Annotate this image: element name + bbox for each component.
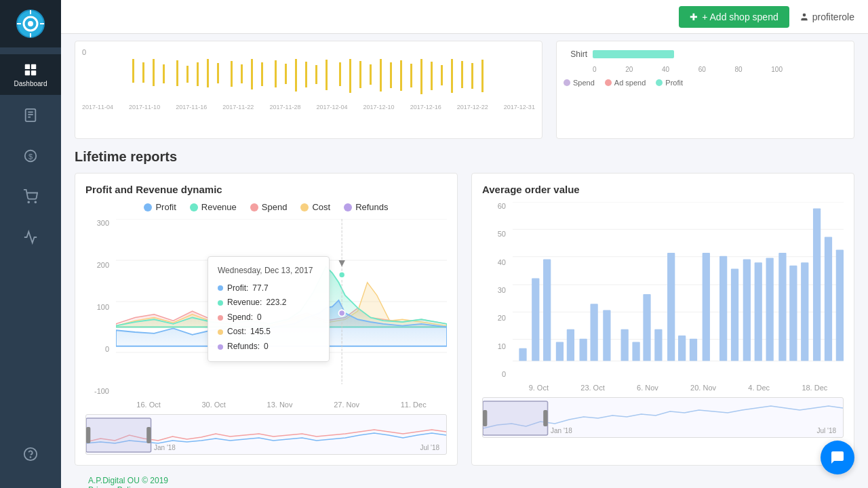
add-spend-label: + Add shop spend	[702, 12, 778, 22]
avg-order-chart-area: 6050403020100	[482, 202, 844, 392]
svg-rect-24	[153, 59, 155, 86]
svg-rect-9	[25, 70, 30, 75]
tooltip-spend-row: Spend: 0	[218, 310, 319, 325]
sidebar: Dashboard $	[0, 0, 61, 488]
svg-rect-23	[142, 62, 144, 83]
svg-rect-96	[766, 258, 774, 361]
revenue-icon: $	[23, 148, 38, 163]
svg-rect-85	[632, 342, 639, 361]
sidebar-item-orders[interactable]	[0, 95, 61, 136]
date-labels: 2017-11-042017-11-102017-11-162017-11-22…	[82, 104, 535, 110]
refunds-legend-dot	[344, 203, 352, 211]
header: ✚ + Add shop spend profiterole	[61, 0, 868, 34]
username-label: profiterole	[812, 12, 854, 22]
tooltip-date: Wednesday, Dec 13, 2017	[218, 264, 319, 279]
help-icon	[23, 447, 38, 462]
svg-rect-81	[580, 339, 587, 361]
tooltip-profit-dot	[218, 285, 223, 291]
svg-rect-78	[543, 259, 551, 361]
mini-nav-dates-left: Jan '18 Jul '18	[154, 444, 439, 451]
svg-rect-26	[176, 60, 178, 86]
svg-rect-35	[275, 60, 277, 87]
svg-rect-56	[593, 50, 674, 58]
legend-refunds: Refunds	[344, 202, 388, 212]
svg-rect-47	[400, 60, 402, 91]
svg-rect-33	[251, 59, 253, 89]
tooltip-refunds-dot	[218, 344, 223, 350]
svg-rect-89	[678, 336, 686, 361]
company-name: A.P.Digital OU © 2019	[88, 476, 841, 485]
avg-y-axis-labels: 6050403020100	[482, 202, 509, 378]
sidebar-item-revenue[interactable]: $	[0, 136, 61, 176]
footer: A.P.Digital OU © 2019 Privacy Policy	[75, 466, 854, 488]
sidebar-item-campaigns[interactable]	[0, 217, 61, 258]
add-shop-spend-button[interactable]: ✚ + Add shop spend	[679, 6, 789, 28]
spend-legend-label: Spend	[262, 202, 288, 212]
profit-legend-dot	[144, 203, 152, 211]
cart-icon	[23, 189, 38, 204]
svg-rect-87	[654, 329, 662, 361]
privacy-policy-link[interactable]: Privacy Policy	[88, 485, 139, 488]
svg-rect-25	[163, 64, 165, 83]
svg-rect-92	[719, 256, 727, 361]
svg-rect-28	[197, 62, 199, 86]
svg-rect-8	[31, 64, 36, 68]
top-timeline-chart	[82, 59, 535, 100]
svg-rect-41	[339, 62, 341, 86]
legend-cost: Cost	[300, 202, 330, 212]
svg-rect-103	[483, 401, 548, 435]
tooltip-cost-value: 145.5	[250, 325, 271, 340]
svg-rect-32	[241, 64, 243, 83]
orders-icon	[23, 108, 38, 123]
svg-rect-50	[431, 62, 433, 90]
spend-dot	[564, 79, 570, 86]
svg-rect-88	[667, 253, 675, 361]
sidebar-item-cart[interactable]	[0, 176, 61, 217]
profit-label-top: Profit	[665, 79, 683, 87]
svg-rect-82	[590, 304, 597, 361]
svg-rect-46	[390, 62, 392, 88]
svg-rect-34	[261, 62, 263, 86]
svg-point-2	[28, 21, 33, 26]
svg-rect-83	[603, 310, 610, 361]
user-icon	[800, 12, 809, 22]
svg-rect-91	[703, 253, 710, 361]
svg-rect-44	[370, 64, 372, 85]
svg-rect-38	[305, 62, 307, 87]
sidebar-item-dashboard[interactable]: Dashboard	[0, 54, 61, 95]
svg-rect-101	[825, 237, 832, 361]
right-chart-mini-nav[interactable]: Jan '18 Jul '18	[482, 397, 844, 438]
svg-rect-42	[349, 59, 351, 93]
chart-tooltip: Wednesday, Dec 13, 2017 Profit: 77.7 Rev…	[208, 256, 330, 362]
svg-rect-80	[567, 329, 574, 361]
svg-rect-86	[643, 294, 650, 361]
avg-mini-date-jul: Jul '18	[816, 427, 836, 434]
chat-button[interactable]	[821, 441, 854, 474]
lifetime-reports-title: Lifetime reports	[75, 149, 854, 165]
svg-rect-95	[755, 262, 762, 361]
top-chart-zero-label: 0	[82, 48, 535, 56]
top-charts-section: 0	[75, 34, 854, 139]
tooltip-spend-dot	[218, 315, 223, 321]
mini-date-jan: Jan '18	[154, 444, 176, 451]
top-left-chart: 0	[75, 41, 542, 139]
svg-rect-49	[420, 59, 422, 94]
y-axis-labels: 3002001000-100	[85, 219, 113, 395]
sidebar-item-help[interactable]	[23, 434, 38, 474]
user-menu[interactable]: profiterole	[800, 12, 854, 22]
tooltip-profit-row: Profit: 77.7	[218, 281, 319, 296]
left-chart-mini-nav[interactable]: Jan '18 Jul '18	[85, 414, 447, 455]
sidebar-item-dashboard-label: Dashboard	[14, 80, 47, 87]
profit-revenue-chart-title: Profit and Revenue dynamic	[85, 184, 447, 195]
tooltip-spend-value: 0	[257, 310, 262, 325]
avg-order-chart-card: Average order value 6050403020100	[471, 173, 854, 466]
tooltip-refunds-value: 0	[264, 340, 269, 354]
legend-ad-spend: Ad spend	[605, 79, 646, 87]
tooltip-refunds-label: Refunds:	[227, 340, 260, 354]
content-area: 0	[61, 34, 868, 488]
avg-order-chart-title: Average order value	[482, 184, 844, 195]
top-right-chart: Shirt 020406080100 Spend Ad spend	[556, 41, 854, 139]
svg-marker-64	[338, 260, 344, 266]
svg-rect-43	[359, 61, 361, 88]
profit-legend-label: Profit	[155, 202, 176, 212]
